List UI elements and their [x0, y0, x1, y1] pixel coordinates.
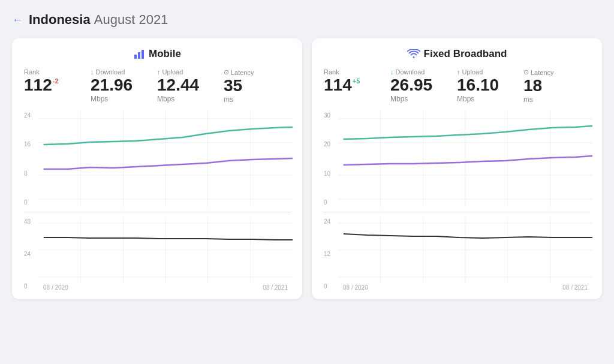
fixed-latency-x-labels: 08 / 2020 08 / 2021	[341, 284, 590, 291]
mobile-latency-svg	[38, 217, 293, 283]
fixed-upload-label: ↑ Upload	[457, 68, 523, 76]
fixed-rank-label: Rank	[324, 68, 390, 76]
mobile-latency-x-labels: 08 / 2020 08 / 2021	[41, 284, 290, 291]
mobile-upload-unit: Mbps	[157, 95, 224, 103]
mobile-rank-value: 112-2	[24, 77, 91, 94]
fixed-card-title: Fixed Broadband	[324, 48, 590, 60]
fixed-latency-y-labels: 24 12 0	[324, 217, 338, 291]
fixed-speed-y-labels: 30 20 10 0	[324, 111, 338, 207]
mobile-upload-label: ↑ Upload	[157, 68, 224, 76]
svg-rect-2	[142, 50, 144, 59]
fixed-download-value: 26.95	[390, 77, 457, 94]
cards-row: Mobile Rank 112-2 ↓ Download 21.96 Mbps	[12, 38, 602, 299]
mobile-rank-label: Rank	[24, 68, 91, 76]
mobile-latency-chart-wrapper: 48 24 0	[24, 217, 290, 291]
fixed-rank: Rank 114+5	[324, 68, 390, 94]
mobile-latency-chart	[38, 217, 293, 283]
fixed-speed-chart-wrapper: 30 20 10 0	[324, 111, 590, 207]
fixed-download-unit: Mbps	[390, 95, 457, 103]
mobile-chart-divider	[24, 212, 290, 212]
mobile-card-title: Mobile	[24, 48, 290, 60]
page-header: ← Indonesia August 2021	[12, 12, 602, 28]
mobile-stats-row: Rank 112-2 ↓ Download 21.96 Mbps ↑ Uploa…	[24, 68, 290, 104]
fixed-card: Fixed Broadband Rank 114+5 ↓ Download 26…	[312, 38, 602, 299]
mobile-card: Mobile Rank 112-2 ↓ Download 21.96 Mbps	[12, 38, 302, 299]
mobile-download-label: ↓ Download	[91, 68, 157, 76]
fixed-download: ↓ Download 26.95 Mbps	[390, 68, 457, 103]
fixed-latency-label: ⊙ Latency	[523, 68, 590, 76]
mobile-download: ↓ Download 21.96 Mbps	[91, 68, 157, 103]
fixed-upload-unit: Mbps	[457, 95, 523, 103]
mobile-speed-chart-wrapper: 24 16 8 0	[24, 111, 290, 207]
mobile-latency-label: ⊙ Latency	[224, 68, 290, 76]
fixed-latency-chart	[338, 217, 592, 283]
mobile-speed-y-labels: 24 16 8 0	[24, 111, 38, 207]
mobile-latency-y-labels: 48 24 0	[24, 217, 38, 291]
mobile-speed-chart	[38, 111, 293, 207]
mobile-latency: ⊙ Latency 35 ms	[224, 68, 290, 104]
svg-rect-0	[134, 55, 137, 59]
fixed-upload: ↑ Upload 16.10 Mbps	[457, 68, 523, 103]
mobile-speed-svg	[38, 111, 293, 207]
svg-rect-1	[138, 52, 140, 59]
fixed-latency-svg	[338, 217, 592, 283]
wifi-icon	[407, 49, 420, 59]
fixed-latency-unit: ms	[523, 95, 590, 104]
fixed-speed-svg	[338, 111, 592, 207]
fixed-latency-value: 18	[523, 77, 590, 94]
fixed-latency-chart-wrapper: 24 12 0	[324, 217, 590, 291]
mobile-download-value: 21.96	[91, 77, 157, 94]
page-title: Indonesia August 2021	[29, 12, 168, 28]
fixed-latency: ⊙ Latency 18 ms	[523, 68, 590, 104]
fixed-upload-value: 16.10	[457, 77, 523, 94]
mobile-icon	[133, 48, 145, 60]
mobile-upload-value: 12.44	[157, 77, 224, 94]
mobile-upload: ↑ Upload 12.44 Mbps	[157, 68, 224, 103]
back-button[interactable]: ←	[12, 14, 23, 26]
fixed-chart-divider	[324, 212, 590, 212]
fixed-stats-row: Rank 114+5 ↓ Download 26.95 Mbps ↑ Uploa…	[324, 68, 590, 104]
mobile-download-unit: Mbps	[91, 95, 157, 103]
mobile-latency-unit: ms	[224, 95, 290, 104]
fixed-download-label: ↓ Download	[390, 68, 457, 76]
mobile-rank: Rank 112-2	[24, 68, 91, 94]
mobile-latency-value: 35	[224, 77, 290, 94]
fixed-rank-value: 114+5	[324, 77, 390, 94]
fixed-speed-chart	[338, 111, 592, 207]
